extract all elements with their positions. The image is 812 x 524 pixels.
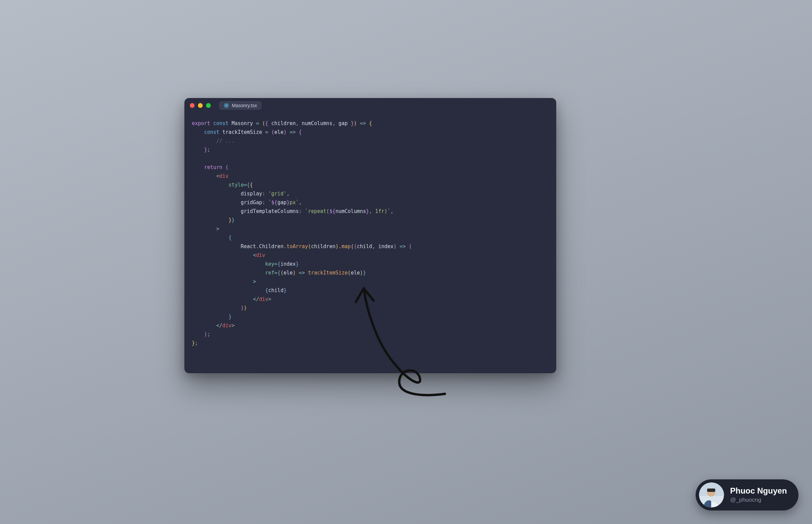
minimize-icon[interactable] <box>198 103 203 108</box>
file-tab-label: Masonry.tsx <box>232 103 257 108</box>
author-name: Phuoc Nguyen <box>730 486 787 496</box>
traffic-lights <box>190 103 211 108</box>
react-icon <box>224 103 229 108</box>
author-text: Phuoc Nguyen @_phuocng <box>730 486 787 503</box>
author-badge[interactable]: Phuoc Nguyen @_phuocng <box>696 479 798 510</box>
author-handle: @_phuocng <box>730 497 787 503</box>
maximize-icon[interactable] <box>206 103 211 108</box>
window-titlebar: Masonry.tsx <box>185 98 556 113</box>
svg-point-0 <box>226 105 227 106</box>
avatar <box>699 482 724 507</box>
file-tab[interactable]: Masonry.tsx <box>219 101 261 110</box>
code-content[interactable]: export const Masonry = ({ children, numC… <box>185 113 556 373</box>
close-icon[interactable] <box>190 103 194 108</box>
code-window: Masonry.tsx export const Masonry = ({ ch… <box>185 98 556 373</box>
svg-rect-8 <box>707 489 715 492</box>
